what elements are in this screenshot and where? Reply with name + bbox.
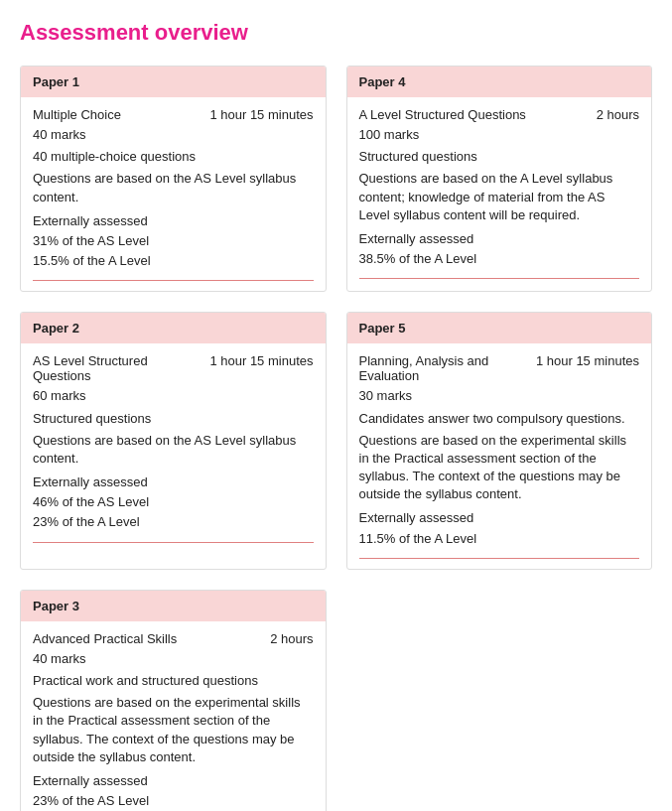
paper5-marks: 30 marks bbox=[359, 387, 640, 405]
paper5-divider bbox=[359, 558, 640, 559]
paper5-type: Planning, Analysis and Evaluation bbox=[359, 353, 526, 383]
paper2-description: Questions are based on the AS Level syll… bbox=[33, 432, 314, 468]
paper2-body: AS Level Structured Questions 1 hour 15 … bbox=[21, 343, 326, 552]
paper4-type: A Level Structured Questions bbox=[359, 107, 526, 122]
paper1-header: Paper 1 bbox=[21, 67, 326, 97]
paper3-header: Paper 3 bbox=[21, 591, 326, 621]
paper2-marks: 60 marks bbox=[33, 387, 314, 405]
paper5-percent1: 11.5% of the A Level bbox=[359, 530, 640, 548]
paper4-duration: 2 hours bbox=[597, 107, 639, 122]
paper2-card: Paper 2 AS Level Structured Questions 1 … bbox=[20, 312, 327, 570]
paper4-header: Paper 4 bbox=[347, 67, 652, 97]
paper5-header: Paper 5 bbox=[347, 313, 652, 343]
paper5-duration: 1 hour 15 minutes bbox=[536, 353, 639, 383]
paper3-duration: 2 hours bbox=[270, 631, 313, 646]
paper1-marks: 40 marks bbox=[33, 126, 314, 144]
page-title: Assessment overview bbox=[20, 20, 652, 46]
paper3-questions-type: Practical work and structured questions bbox=[33, 672, 314, 690]
paper3-externally: Externally assessed bbox=[33, 772, 314, 790]
paper1-percent1: 31% of the AS Level bbox=[33, 232, 314, 250]
paper3-percent1: 23% of the AS Level bbox=[33, 792, 314, 810]
paper2-header: Paper 2 bbox=[21, 313, 326, 343]
paper4-card: Paper 4 A Level Structured Questions 2 h… bbox=[346, 66, 653, 292]
papers-grid: Paper 1 Multiple Choice 1 hour 15 minute… bbox=[20, 66, 652, 811]
paper2-divider bbox=[33, 542, 314, 543]
paper1-body: Multiple Choice 1 hour 15 minutes 40 mar… bbox=[21, 97, 326, 291]
paper5-questions-type: Candidates answer two compulsory questio… bbox=[359, 410, 640, 428]
paper1-percent2: 15.5% of the A Level bbox=[33, 252, 314, 270]
paper5-card: Paper 5 Planning, Analysis and Evaluatio… bbox=[346, 312, 653, 570]
paper1-type: Multiple Choice bbox=[33, 107, 121, 122]
paper4-divider bbox=[359, 278, 640, 279]
paper2-questions-type: Structured questions bbox=[33, 410, 314, 428]
paper1-divider bbox=[33, 280, 314, 281]
paper4-marks: 100 marks bbox=[359, 126, 640, 144]
paper2-percent1: 46% of the AS Level bbox=[33, 493, 314, 511]
paper3-body: Advanced Practical Skills 2 hours 40 mar… bbox=[21, 621, 326, 811]
paper1-duration: 1 hour 15 minutes bbox=[209, 107, 313, 122]
paper1-questions-type: 40 multiple-choice questions bbox=[33, 148, 314, 166]
paper5-body: Planning, Analysis and Evaluation 1 hour… bbox=[347, 343, 652, 569]
paper2-type: AS Level Structured Questions bbox=[33, 353, 200, 383]
paper1-card: Paper 1 Multiple Choice 1 hour 15 minute… bbox=[20, 66, 327, 292]
paper2-externally: Externally assessed bbox=[33, 473, 314, 491]
paper4-questions-type: Structured questions bbox=[359, 148, 640, 166]
paper3-type: Advanced Practical Skills bbox=[33, 631, 177, 646]
paper4-externally: Externally assessed bbox=[359, 230, 640, 248]
paper5-description: Questions are based on the experimental … bbox=[359, 432, 640, 504]
paper1-externally: Externally assessed bbox=[33, 212, 314, 230]
paper2-percent2: 23% of the A Level bbox=[33, 513, 314, 531]
paper4-percent1: 38.5% of the A Level bbox=[359, 250, 640, 268]
paper3-card: Paper 3 Advanced Practical Skills 2 hour… bbox=[20, 590, 327, 811]
paper4-body: A Level Structured Questions 2 hours 100… bbox=[347, 97, 652, 289]
paper3-marks: 40 marks bbox=[33, 650, 314, 668]
paper2-duration: 1 hour 15 minutes bbox=[209, 353, 313, 383]
paper3-description: Questions are based on the experimental … bbox=[33, 694, 314, 766]
paper5-externally: Externally assessed bbox=[359, 509, 640, 527]
paper1-description: Questions are based on the AS Level syll… bbox=[33, 170, 314, 205]
paper4-description: Questions are based on the A Level sylla… bbox=[359, 170, 640, 224]
